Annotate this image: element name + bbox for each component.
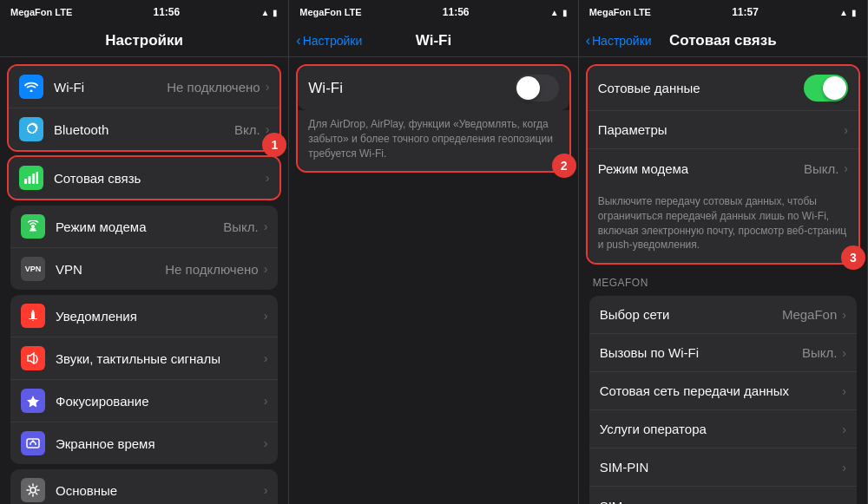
- wifi-highlight-wrapper: Wi-Fi Для AirDrop, AirPlay, функции «Уве…: [296, 64, 570, 173]
- nav-bar-1: Настройки: [0, 24, 288, 57]
- cellular-data-toggle[interactable]: [804, 75, 848, 101]
- status-icons-3: ▲ ▮: [839, 8, 857, 17]
- back-label-3: Настройки: [592, 34, 652, 48]
- panel-cellular: MegaFon LTE 11:57 ▲ ▮ ‹ Настройки Сотова…: [579, 0, 868, 504]
- svg-rect-2: [32, 173, 35, 184]
- cellular-data-thumb: [823, 76, 846, 100]
- cellular-data-label: Сотовые данные: [598, 81, 804, 95]
- svg-rect-3: [36, 172, 39, 184]
- status-icons-2: ▲ ▮: [550, 8, 568, 17]
- bluetooth-label: Bluetooth: [54, 122, 234, 137]
- bluetooth-item[interactable]: 🔿 Bluetooth Вкл. ›: [9, 108, 279, 150]
- battery-icon-2: ▮: [562, 8, 568, 17]
- location-icon: ▲: [260, 8, 269, 17]
- wifi-calls-item[interactable]: Вызовы по Wi-Fi Выкл. ›: [589, 334, 857, 372]
- sim-pin-chevron: ›: [842, 461, 846, 475]
- back-chevron-2: ‹: [296, 33, 300, 49]
- wifi-item[interactable]: Wi-Fi Не подключено ›: [9, 66, 279, 108]
- wifi-calls-label: Вызовы по Wi-Fi: [600, 345, 802, 360]
- time-1: 11:56: [154, 6, 181, 18]
- cellular-icon: [19, 166, 43, 190]
- hotspot3-value: Выкл.: [804, 161, 838, 176]
- data-network-item[interactable]: Сотовая сеть передачи данных ›: [589, 372, 857, 410]
- operator-services-chevron: ›: [842, 422, 846, 436]
- location-icon-3: ▲: [839, 8, 848, 17]
- general-item[interactable]: Основные ›: [10, 469, 278, 504]
- general-group: Основные › Пункт управления › Экран и яр…: [10, 469, 278, 504]
- notifications-label: Уведомления: [56, 309, 264, 324]
- general-chevron: ›: [264, 483, 268, 497]
- screentime-item[interactable]: Экранное время ›: [10, 422, 278, 464]
- sim-programs-chevron: ›: [842, 499, 846, 504]
- notifications-item[interactable]: Уведомления ›: [10, 295, 278, 337]
- wifi-toggle-item[interactable]: Wi-Fi: [298, 66, 569, 110]
- svg-point-4: [31, 225, 35, 228]
- time-2: 11:56: [443, 6, 470, 18]
- params-item[interactable]: Параметры ›: [588, 111, 858, 149]
- data-network-label: Сотовая сеть передачи данных: [600, 383, 843, 398]
- sim-pin-label: SIM-PIN: [600, 460, 843, 475]
- wifi-toggle-label: Wi-Fi: [308, 80, 514, 97]
- network-select-chevron: ›: [842, 308, 846, 322]
- general-icon: [21, 478, 45, 502]
- wifi-toggle-thumb: [516, 76, 540, 100]
- vpn-item[interactable]: VPN VPN Не подключено ›: [10, 248, 278, 290]
- wifi-description: Для AirDrop, AirPlay, функции «Уведомлят…: [308, 117, 558, 160]
- status-bar-3: MegaFon LTE 11:57 ▲ ▮: [579, 0, 867, 24]
- cellular-settings-content: Сотовые данные Параметры › Режим модема …: [579, 57, 867, 504]
- hotspot3-item[interactable]: Режим модема Выкл. ›: [588, 149, 858, 187]
- sounds-item[interactable]: Звуки, тактильные сигналы ›: [10, 337, 278, 380]
- notifications-icon: [21, 304, 45, 328]
- cellular-item[interactable]: Сотовая связь ›: [9, 157, 279, 199]
- screentime-label: Экранное время: [56, 436, 264, 451]
- svg-rect-0: [24, 179, 27, 184]
- focus-label: Фокусирование: [56, 394, 264, 409]
- sounds-label: Звуки, тактильные сигналы: [56, 351, 264, 366]
- cellular-highlight-wrapper: Сотовые данные Параметры › Режим модема …: [586, 64, 860, 265]
- network-select-item[interactable]: Выбор сети MegaFon ›: [589, 296, 857, 334]
- megafon-group: Выбор сети MegaFon › Вызовы по Wi-Fi Вык…: [589, 296, 857, 504]
- bluetooth-icon: 🔿: [19, 117, 43, 141]
- wifi-toggle-switch[interactable]: [515, 75, 559, 101]
- back-button-3[interactable]: ‹ Настройки: [586, 33, 652, 49]
- wifi-icon: [19, 75, 43, 99]
- sim-pin-item[interactable]: SIM-PIN ›: [589, 448, 857, 487]
- params-label: Параметры: [598, 122, 845, 137]
- cellular-label: Сотовая связь: [54, 171, 266, 186]
- bluetooth-value: Вкл.: [234, 122, 260, 137]
- badge-2: 2: [552, 154, 576, 178]
- panel-wifi: MegaFon LTE 11:56 ▲ ▮ ‹ Настройки Wi-Fi …: [289, 0, 578, 504]
- nav-bar-3: ‹ Настройки Сотовая связь: [579, 24, 867, 57]
- screentime-icon: [21, 431, 45, 455]
- carrier-3: MegaFon LTE: [589, 7, 651, 17]
- time-3: 11:57: [732, 6, 759, 18]
- hotspot-item[interactable]: Режим модема Выкл. ›: [10, 206, 278, 248]
- hotspot3-chevron: ›: [844, 161, 848, 175]
- nav-bar-2: ‹ Настройки Wi-Fi: [289, 24, 577, 57]
- focus-icon: [21, 389, 45, 413]
- hotspot-chevron: ›: [264, 219, 268, 233]
- back-button-2[interactable]: ‹ Настройки: [296, 33, 362, 49]
- sounds-chevron: ›: [264, 351, 268, 365]
- badge-1: 1: [262, 133, 286, 157]
- sim-programs-item[interactable]: SIM-программы ›: [589, 487, 857, 504]
- screentime-chevron: ›: [264, 436, 268, 450]
- vpn-chevron: ›: [264, 262, 268, 276]
- cellular-data-item[interactable]: Сотовые данные: [588, 66, 858, 111]
- megafon-label: MEGAFON: [579, 272, 867, 291]
- badge-3: 3: [841, 245, 865, 270]
- highlight-group-1: Wi-Fi Не подключено › 🔿 Bluetooth Вкл. ›…: [7, 64, 281, 152]
- svg-rect-6: [30, 230, 36, 232]
- panel-settings: MegaFon LTE 11:56 ▲ ▮ Настройки Wi-Fi Не…: [0, 0, 289, 504]
- vpn-label: VPN: [56, 262, 165, 277]
- carrier-2: MegaFon LTE: [299, 7, 361, 17]
- operator-services-item[interactable]: Услуги оператора ›: [589, 410, 857, 448]
- svg-rect-5: [30, 228, 36, 230]
- hotspot-value: Выкл.: [223, 219, 258, 234]
- back-chevron-3: ‹: [586, 33, 590, 49]
- wifi-value: Не подключено: [167, 80, 260, 95]
- svg-point-8: [30, 488, 36, 493]
- sounds-icon: [21, 346, 45, 370]
- focus-item[interactable]: Фокусирование ›: [10, 380, 278, 422]
- modem-vpn-group: Режим модема Выкл. › VPN VPN Не подключе…: [10, 206, 278, 290]
